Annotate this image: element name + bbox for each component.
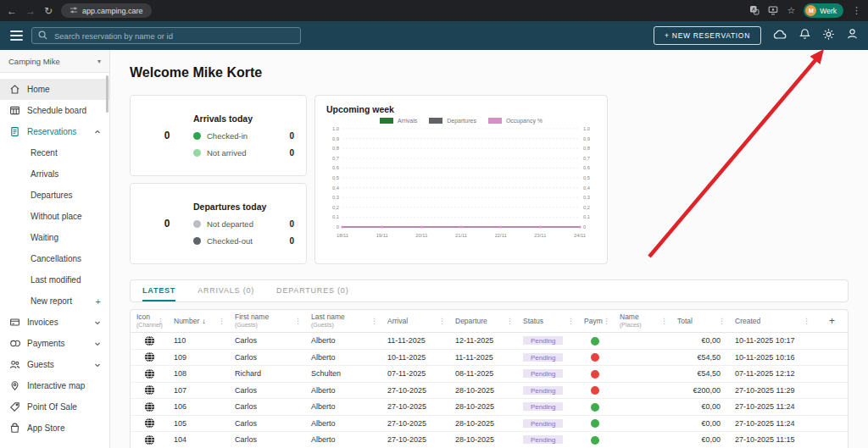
cell-number: 105 <box>168 419 229 428</box>
sidebar-item-without-place[interactable]: Without place <box>0 206 109 227</box>
tab-departures[interactable]: DEPARTURES (0) <box>276 280 348 301</box>
cell-arrival: 27-10-2025 <box>381 419 449 428</box>
cell-arrival: 10-11-2025 <box>381 353 449 362</box>
sidebar-item-invoices[interactable]: Invoices <box>0 312 109 333</box>
svg-text:0,6: 0,6 <box>583 165 590 170</box>
sidebar-item-new-report[interactable]: New report+ <box>0 290 109 312</box>
column-menu-icon[interactable]: ⋮ <box>218 317 225 325</box>
add-column-button[interactable]: + <box>820 315 844 327</box>
sidebar-item-schedule-board[interactable]: Schedule board <box>0 100 109 121</box>
install-app-icon[interactable] <box>768 3 778 19</box>
sidebar-item-cancellations[interactable]: Cancellations <box>0 248 109 269</box>
cell-departure: 11-11-2025 <box>449 353 517 362</box>
cell-last-name: Alberto <box>305 419 381 428</box>
column-menu-icon[interactable]: ⋮ <box>603 317 610 325</box>
browser-menu-icon[interactable]: ⋮ <box>852 6 861 15</box>
menu-icon[interactable] <box>10 30 23 41</box>
column-menu-icon[interactable]: ⋮ <box>438 317 446 325</box>
sidebar-item-departures[interactable]: Departures <box>0 185 109 206</box>
reload-button[interactable]: ↻ <box>44 6 53 16</box>
status-badge: Pending <box>523 402 563 411</box>
header-actions: + NEW RESERVATION <box>654 26 858 45</box>
sidebar-item-interactive-map[interactable]: Interactive map <box>0 375 109 396</box>
sidebar-item-home[interactable]: Home <box>0 79 109 100</box>
table-row[interactable]: 107 Carlos Alberto 27-10-2025 28-10-2025… <box>131 383 848 400</box>
sidebar-item-guests[interactable]: Guests <box>0 354 109 375</box>
property-selector[interactable]: Camping Mike ▾ <box>0 50 109 73</box>
back-button[interactable]: ← <box>7 6 17 16</box>
tab-arrivals[interactable]: ARRIVALS (0) <box>198 280 254 301</box>
cell-first-name: Carlos <box>229 386 305 395</box>
table-row[interactable]: 106 Carlos Alberto 27-10-2025 28-10-2025… <box>131 399 848 416</box>
sidebar-item-reservations[interactable]: Reservations <box>0 121 109 142</box>
table-row[interactable]: 108 Richard Schulten 07-11-2025 08-11-20… <box>131 366 848 383</box>
browser-profile-chip[interactable]: M Werk <box>804 3 843 18</box>
cell-total: €54,50 <box>671 369 729 378</box>
sidebar-item-payments[interactable]: Payments <box>0 333 109 354</box>
column-menu-icon[interactable]: ⋮ <box>157 317 164 325</box>
column-place-name: Name(Places)⋮ <box>614 313 671 329</box>
column-status: Status⋮ <box>517 317 578 325</box>
column-menu-icon[interactable]: ⋮ <box>567 317 575 325</box>
chevron-down-icon <box>94 340 101 347</box>
column-menu-icon[interactable]: ⋮ <box>506 317 514 325</box>
sidebar-item-recent[interactable]: Recent <box>0 142 109 163</box>
profile-name: Werk <box>820 7 837 15</box>
sidebar-item-last-modified[interactable]: Last modified <box>0 269 109 290</box>
tab-latest[interactable]: LATEST <box>142 280 175 301</box>
cloud-icon[interactable] <box>773 28 787 43</box>
checked-in-row: Checked-in 0 <box>193 131 296 141</box>
forward-button[interactable]: → <box>25 6 36 16</box>
svg-text:0,3: 0,3 <box>583 195 590 200</box>
column-menu-icon[interactable]: ⋮ <box>660 317 668 325</box>
search-input[interactable] <box>53 30 294 41</box>
svg-text:0,5: 0,5 <box>583 175 590 180</box>
column-first-name: First name(Guests)⋮ <box>229 313 305 329</box>
cell-payment <box>578 402 614 412</box>
table-row[interactable]: 110 Carlos Alberto 11-11-2025 12-11-2025… <box>131 333 848 350</box>
bookmark-star-icon[interactable]: ☆ <box>787 6 795 15</box>
site-settings-icon[interactable] <box>70 6 78 16</box>
channel-globe-icon <box>144 434 155 445</box>
svg-text:19/11: 19/11 <box>376 233 388 238</box>
sidebar-item-waiting[interactable]: Waiting <box>0 227 109 248</box>
svg-text:0,1: 0,1 <box>583 214 590 219</box>
column-menu-icon[interactable]: ⋮ <box>294 317 302 325</box>
plus-icon[interactable]: + <box>96 296 101 307</box>
cell-number: 107 <box>168 386 229 395</box>
column-total: Total⋮ <box>671 317 729 325</box>
table-header: Icon(Channel)⋮ Number↓⋮ First name(Guest… <box>131 310 848 333</box>
url-bar[interactable]: app.camping.care <box>61 3 152 18</box>
notifications-bell-icon[interactable] <box>799 28 810 43</box>
departures-swatch <box>429 118 442 124</box>
translate-icon[interactable]: A <box>749 3 760 19</box>
column-menu-icon[interactable]: ⋮ <box>803 317 810 325</box>
cell-status: Pending <box>517 386 578 395</box>
app-header: + NEW RESERVATION <box>0 21 868 50</box>
chart-legend: Arrivals Departures Occupancy % <box>315 118 607 124</box>
new-reservation-button[interactable]: + NEW RESERVATION <box>654 26 761 45</box>
column-menu-icon[interactable]: ⋮ <box>370 317 378 325</box>
account-icon[interactable] <box>847 28 858 43</box>
cell-last-name: Alberto <box>305 336 381 345</box>
svg-text:0,6: 0,6 <box>332 165 339 170</box>
sort-desc-icon[interactable]: ↓ <box>202 317 206 325</box>
table-row[interactable]: 109 Carlos Alberto 10-11-2025 11-11-2025… <box>131 350 848 367</box>
cell-total: €200,00 <box>671 386 729 395</box>
table-row[interactable]: 104 Carlos Alberto 27-10-2025 28-10-2025… <box>131 432 848 448</box>
sidebar-item-point-of-sale[interactable]: Point Of Sale <box>0 396 109 418</box>
arrivals-swatch <box>380 118 393 124</box>
sidebar-scrollbar[interactable] <box>106 75 108 113</box>
sidebar-item-arrivals[interactable]: Arrivals <box>0 163 109 185</box>
cell-channel <box>131 368 168 379</box>
cell-payment <box>578 435 614 445</box>
search-box[interactable] <box>31 27 301 44</box>
sidebar-item-app-store[interactable]: App Store <box>0 418 109 439</box>
column-created: Created⋮ <box>729 317 814 325</box>
svg-text:21/11: 21/11 <box>455 233 467 238</box>
column-menu-icon[interactable]: ⋮ <box>718 317 726 325</box>
settings-gear-icon[interactable] <box>822 28 835 44</box>
home-icon <box>8 84 20 95</box>
table-row[interactable]: 105 Carlos Alberto 27-10-2025 28-10-2025… <box>131 416 848 433</box>
legend-arrivals: Arrivals <box>380 118 417 124</box>
